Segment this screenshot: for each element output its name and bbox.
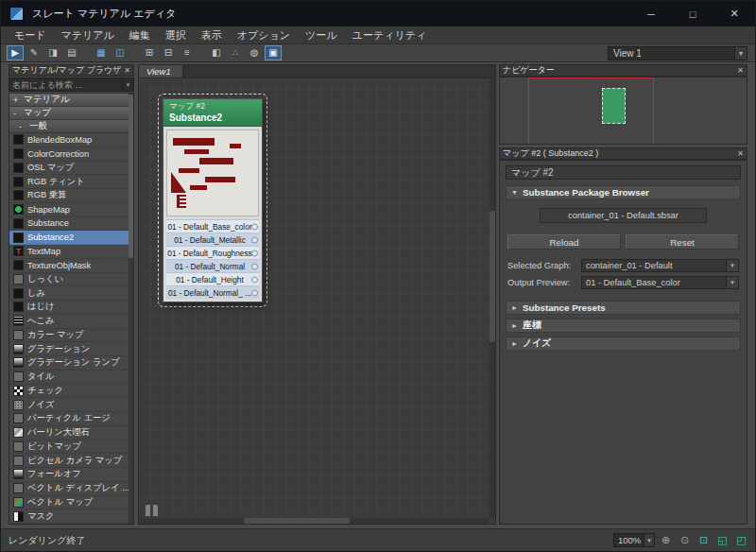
zoom-region-icon[interactable]: ⊡: [696, 533, 712, 548]
map-list-item[interactable]: しっくい: [9, 273, 129, 287]
expander-icon[interactable]: -: [19, 122, 26, 131]
browser-close-icon[interactable]: ✕: [124, 66, 130, 75]
node-graph-canvas[interactable]: マップ #2 Substance2: [138, 78, 496, 525]
menu-item[interactable]: マテリアル: [54, 27, 122, 43]
map-list-item[interactable]: しみ: [9, 286, 129, 301]
reload-button[interactable]: Reload: [507, 234, 621, 250]
pan-icon[interactable]: ⊕: [658, 533, 674, 548]
zoom-level-dropdown[interactable]: 100% ▾: [613, 533, 655, 547]
map-list-item[interactable]: RGB ティント: [9, 175, 129, 189]
show-map-in-viewport-button[interactable]: ▦: [93, 45, 110, 60]
search-options-icon[interactable]: ▾: [122, 78, 133, 91]
material-id-channel-button[interactable]: ◧: [208, 45, 225, 60]
show-shaded-material-button[interactable]: ∴: [227, 45, 244, 60]
map-list-item[interactable]: パーリン大理石: [9, 426, 129, 440]
map-list-item[interactable]: パーティクル エージ: [9, 412, 129, 426]
map-list-item[interactable]: グラデーション: [9, 342, 129, 356]
tree-section-header[interactable]: - 一般: [9, 120, 129, 133]
selected-graph-dropdown[interactable]: container_01 - Default ▾: [581, 259, 739, 272]
menu-item[interactable]: ユーティリティ: [345, 27, 435, 43]
browser-scrollbar-thumb[interactable]: [129, 95, 133, 258]
map-list-item[interactable]: ベクトル マップ: [9, 496, 129, 510]
chevron-down-icon[interactable]: ▾: [726, 277, 738, 288]
arrange-nodes-button[interactable]: ≡: [179, 45, 196, 60]
map-list-item[interactable]: ベクトル ディスプレイ ...: [9, 482, 129, 496]
output-socket-icon[interactable]: [251, 250, 258, 256]
output-socket-icon[interactable]: [251, 223, 258, 230]
map-list-item[interactable]: ColorCorrection: [9, 147, 129, 162]
tree-section-header[interactable]: + マテリアル: [9, 94, 129, 107]
zoom-icon[interactable]: ⊙: [677, 533, 693, 548]
output-socket-icon[interactable]: [251, 263, 258, 269]
zoom-extents-selected-icon[interactable]: ◰: [733, 533, 749, 548]
search-input[interactable]: [9, 80, 122, 90]
menu-item[interactable]: モード: [7, 27, 54, 43]
parameter-panel-header[interactable]: マップ #2 ( Substance2 ) ✕: [499, 147, 747, 160]
map-list-item[interactable]: ピクセル カメラ マップ: [9, 454, 129, 468]
select-tool-button[interactable]: ▶: [7, 45, 24, 60]
navigator-node-thumb[interactable]: [602, 88, 626, 124]
browser-panel-header[interactable]: マテリアル/マップ ブラウザ ✕: [9, 64, 134, 77]
canvas-horizontal-scrollbar[interactable]: [139, 518, 490, 524]
map-list-item[interactable]: はじけ: [9, 301, 129, 315]
lay-out-all-button[interactable]: ⊞: [141, 45, 158, 60]
output-preview-dropdown[interactable]: 01 - Default_Base_color ▾: [581, 276, 739, 289]
pan-tool-button[interactable]: ▣: [265, 45, 282, 60]
browser-scrollbar[interactable]: [129, 94, 133, 524]
map-list-item[interactable]: Substance2: [9, 231, 129, 245]
node-output-slot[interactable]: 01 - Default_Normal_ ...: [166, 285, 259, 299]
map-list-item[interactable]: グラデーション ランプ: [9, 356, 129, 371]
output-socket-icon[interactable]: [251, 289, 258, 296]
navigator-header[interactable]: ナビゲーター ✕: [499, 64, 747, 77]
map-list-item[interactable]: RGB 乗算: [9, 189, 129, 203]
lay-out-children-button[interactable]: ⊟: [160, 45, 177, 60]
node-output-slot[interactable]: 01 - Default_Roughness: [166, 246, 259, 259]
map-list-item[interactable]: ノイズ: [9, 398, 129, 412]
map-list-item[interactable]: ShapeMap: [9, 203, 129, 217]
chevron-down-icon[interactable]: ▾: [726, 260, 738, 271]
node-header[interactable]: マップ #2 Substance2: [163, 99, 262, 127]
chevron-down-icon[interactable]: ▾: [734, 47, 747, 60]
titlebar[interactable]: スレート マテリアル エディタ ─ □ ✕: [1, 1, 755, 26]
tree-section-header[interactable]: - マップ: [9, 107, 129, 120]
collapsed-rollout[interactable]: ► ノイズ: [506, 336, 741, 351]
map-list-item[interactable]: マスク: [9, 509, 129, 524]
menu-item[interactable]: 表示: [194, 27, 230, 43]
map-list-item[interactable]: TextureObjMask: [9, 259, 129, 273]
navigator-minimap[interactable]: [499, 77, 747, 145]
menu-item[interactable]: 選択: [158, 27, 194, 43]
zoom-extents-icon[interactable]: ◱: [714, 533, 730, 548]
menu-item[interactable]: ツール: [298, 27, 345, 43]
map-list-item[interactable]: タイル: [9, 371, 129, 385]
put-material-to-scene-button[interactable]: ◨: [44, 45, 61, 60]
hide-unused-nodeslots-button[interactable]: ◍: [246, 45, 263, 60]
node-name-field[interactable]: [506, 165, 741, 180]
node-output-slot[interactable]: 01 - Default_Metallic: [166, 233, 259, 246]
node-output-slot[interactable]: 01 - Default_Base_color: [166, 219, 259, 233]
canvas-horizontal-thumb[interactable]: [244, 518, 349, 524]
menu-item[interactable]: 編集: [122, 27, 158, 43]
map-list-item[interactable]: TextMap: [9, 245, 129, 259]
parameter-panel-close-icon[interactable]: ✕: [737, 149, 744, 158]
map-list-item[interactable]: OSL マップ: [9, 162, 129, 176]
collapsed-rollout[interactable]: ► Substance Presets: [506, 301, 741, 315]
show-background-button[interactable]: ◫: [112, 45, 129, 60]
maximize-button[interactable]: □: [672, 1, 713, 26]
view-selector-dropdown[interactable]: View 1 ▾: [608, 46, 747, 60]
menu-item[interactable]: オプション: [230, 27, 298, 43]
expander-icon[interactable]: -: [13, 109, 20, 118]
sbsar-file-button[interactable]: container_01 - Default.sbsar: [540, 208, 706, 223]
put-to-library-button[interactable]: ▤: [63, 45, 80, 60]
navigator-close-icon[interactable]: ✕: [737, 66, 744, 75]
map-list-item[interactable]: へこみ: [9, 315, 129, 329]
chevron-down-icon[interactable]: ▾: [644, 534, 654, 546]
substance2-node[interactable]: マップ #2 Substance2: [163, 98, 263, 302]
close-button[interactable]: ✕: [713, 1, 755, 26]
reset-button[interactable]: Reset: [626, 234, 739, 250]
map-list-item[interactable]: カラー マップ: [9, 329, 129, 343]
node-output-slot[interactable]: 01 - Default_Height: [166, 272, 259, 285]
map-list-item[interactable]: チェック: [9, 385, 129, 399]
navigator-view-rect[interactable]: [528, 78, 654, 145]
minimize-button[interactable]: ─: [630, 1, 672, 26]
output-socket-icon[interactable]: [251, 276, 258, 283]
